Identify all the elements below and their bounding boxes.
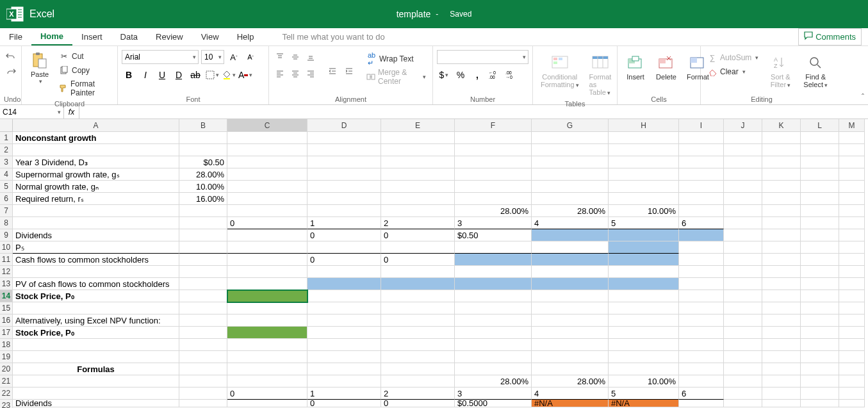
row-header[interactable]: 10	[0, 241, 13, 254]
col-header[interactable]: E	[381, 119, 455, 132]
comma-button[interactable]: ,	[470, 68, 484, 82]
align-center-icon[interactable]	[288, 67, 302, 81]
undo-icon[interactable]	[6, 51, 16, 61]
find-select-button[interactable]: Find & Select▾	[799, 50, 831, 91]
cell-C14[interactable]	[227, 290, 307, 302]
autosum-button[interactable]: ∑AutoSum▾	[705, 51, 761, 64]
comments-button[interactable]: Comments	[798, 28, 862, 45]
col-header[interactable]: G	[532, 119, 609, 132]
col-header[interactable]: K	[762, 119, 801, 132]
double-underline-button[interactable]: D	[172, 68, 186, 82]
align-bottom-icon[interactable]	[304, 50, 318, 64]
col-header[interactable]: C	[227, 119, 307, 132]
tables-label: Tables	[537, 99, 613, 109]
row-header[interactable]: 11	[0, 254, 13, 266]
decrease-decimal-button[interactable]: .00→0	[504, 68, 518, 82]
align-left-icon[interactable]	[273, 67, 287, 81]
col-header[interactable]: I	[679, 119, 724, 132]
indent-decrease-icon[interactable]	[325, 64, 340, 78]
redo-icon[interactable]	[6, 67, 16, 77]
row-header[interactable]: 4	[0, 168, 13, 181]
row-header[interactable]: 23	[0, 400, 13, 408]
row-header[interactable]: 7	[0, 205, 13, 217]
col-header[interactable]: F	[455, 119, 532, 132]
align-middle-icon[interactable]	[288, 50, 302, 64]
tab-home[interactable]: Home	[31, 28, 72, 45]
col-header[interactable]: M	[839, 119, 865, 132]
svg-text:.00: .00	[489, 75, 495, 79]
sort-filter-button[interactable]: AZ Sort & Filter▾	[766, 50, 794, 91]
strikethrough-button[interactable]: ab	[188, 68, 202, 82]
merge-icon	[366, 72, 375, 82]
row-header[interactable]: 18	[0, 339, 13, 351]
cut-button[interactable]: ✂Cut	[56, 50, 113, 63]
row-header[interactable]: 21	[0, 375, 13, 388]
indent-increase-icon[interactable]	[342, 64, 356, 78]
row-header[interactable]: 2	[0, 144, 13, 156]
col-header[interactable]: J	[724, 119, 762, 132]
tab-view[interactable]: View	[192, 28, 228, 45]
row-header[interactable]: 9	[0, 229, 13, 241]
italic-button[interactable]: I	[138, 68, 152, 82]
paste-button[interactable]: Paste▾	[26, 47, 54, 87]
delete-cells-button[interactable]: Delete	[652, 50, 680, 83]
format-table-button[interactable]: Format as Table▾	[585, 50, 616, 99]
row-header[interactable]: 6	[0, 193, 13, 205]
row-header[interactable]: 14	[0, 290, 13, 302]
font-size-select[interactable]	[201, 50, 224, 64]
row-header[interactable]: 1	[0, 132, 13, 144]
font-grow-icon[interactable]: Aˆ	[227, 50, 241, 64]
bold-button[interactable]: B	[122, 68, 136, 82]
increase-decimal-button[interactable]: ←0.00	[487, 68, 501, 82]
cell[interactable]: Nonconstant growth	[13, 132, 179, 144]
row-header[interactable]: 8	[0, 217, 13, 229]
col-header[interactable]: B	[179, 119, 227, 132]
svg-text:→0: →0	[505, 75, 512, 79]
currency-button[interactable]: $▾	[437, 68, 451, 82]
number-format-select[interactable]	[437, 50, 528, 64]
row-header[interactable]: 3	[0, 156, 13, 168]
tell-me-input[interactable]: Tell me what you want to do	[282, 28, 384, 45]
col-header[interactable]: L	[801, 119, 839, 132]
svg-text:A: A	[774, 56, 778, 63]
row-header[interactable]: 5	[0, 181, 13, 193]
percent-button[interactable]: %	[454, 68, 468, 82]
underline-button[interactable]: U	[155, 68, 169, 82]
tab-file[interactable]: File	[0, 28, 31, 45]
conditional-formatting-icon	[550, 53, 570, 73]
font-shrink-icon[interactable]: Aˇ	[243, 50, 258, 64]
align-right-icon[interactable]	[304, 67, 318, 81]
row-header[interactable]: 20	[0, 363, 13, 375]
merge-center-button[interactable]: Merge & Center▾	[364, 67, 429, 87]
row-header[interactable]: 17	[0, 327, 13, 339]
row-header[interactable]: 16	[0, 314, 13, 327]
insert-cells-icon	[625, 53, 646, 73]
format-painter-button[interactable]: Format Painter	[56, 78, 113, 99]
tab-review[interactable]: Review	[147, 28, 192, 45]
wrap-text-button[interactable]: ab↵Wrap Text	[364, 53, 429, 65]
svg-point-65	[810, 58, 818, 65]
font-color-button[interactable]: A▾	[238, 68, 252, 82]
col-header[interactable]: D	[307, 119, 381, 132]
row-header[interactable]: 13	[0, 278, 13, 290]
conditional-formatting-button[interactable]: Conditional Formatting▾	[537, 50, 583, 91]
row-header[interactable]: 19	[0, 351, 13, 363]
formula-input[interactable]	[79, 105, 868, 118]
row-header[interactable]: 12	[0, 266, 13, 278]
align-top-icon[interactable]	[273, 50, 287, 64]
select-all-corner[interactable]	[0, 119, 13, 132]
copy-button[interactable]: Copy	[56, 64, 113, 77]
collapse-ribbon-icon[interactable]: ˆ	[862, 93, 864, 102]
col-header[interactable]: A	[13, 119, 179, 132]
clear-button[interactable]: Clear▾	[705, 65, 761, 78]
tab-data[interactable]: Data	[111, 28, 147, 45]
tab-help[interactable]: Help	[228, 28, 263, 45]
tab-insert[interactable]: Insert	[72, 28, 111, 45]
font-name-select[interactable]	[122, 50, 199, 64]
border-button[interactable]: ▾	[205, 68, 219, 82]
fill-color-button[interactable]: ▾	[222, 68, 236, 82]
row-header[interactable]: 15	[0, 302, 13, 314]
insert-cells-button[interactable]: Insert	[621, 50, 650, 83]
row-header[interactable]: 22	[0, 388, 13, 400]
col-header[interactable]: H	[609, 119, 679, 132]
